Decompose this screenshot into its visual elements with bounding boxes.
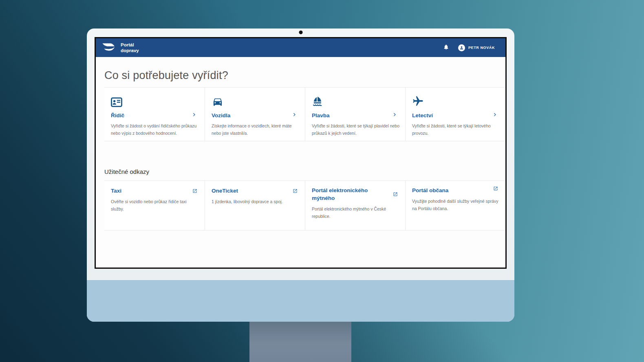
page-title: Co si potřebujete vyřídit?: [104, 69, 505, 82]
service-description: Získejte informace o vozidlech, které má…: [212, 122, 301, 137]
avatar: [458, 44, 465, 51]
webcam-dot: [299, 31, 302, 34]
notifications-button[interactable]: [443, 44, 449, 52]
user-name: PETR NOVÁK: [468, 46, 495, 50]
links-heading: Užitečné odkazy: [104, 168, 505, 175]
bell-icon: [443, 44, 449, 52]
link-description: 1 jízdenka, libovolný dopravce a spoj.: [212, 198, 301, 205]
link-description: Využijte pohodlně další služby veřejné s…: [412, 197, 501, 212]
airplane-icon: [412, 96, 501, 107]
service-title: Plavba: [312, 112, 330, 118]
links-row: Taxi Ověřte si vozidlo nebo průkaz řidič…: [104, 180, 505, 230]
id-card-icon: [111, 96, 201, 107]
person-icon: [459, 46, 464, 50]
service-card-letectvi[interactable]: Letectví Vyřiďte si žádosti, které se tý…: [405, 88, 505, 141]
service-title: Letectví: [412, 112, 433, 118]
chevron-right-icon: [291, 112, 298, 119]
chevron-right-icon: [492, 112, 498, 119]
header-actions: PETR NOVÁK: [443, 44, 495, 52]
chevron-right-icon: [392, 112, 398, 119]
service-card-ridic[interactable]: Řidič Vyřiďte si žádost o vydání řidičsk…: [104, 88, 205, 141]
sailboat-icon: [312, 96, 401, 107]
page-content: Co si potřebujete vyřídit? Ři: [96, 57, 505, 268]
link-title: Portál elektronického mýtného: [312, 187, 379, 202]
screen: Portál dopravy: [95, 37, 507, 269]
imac-chin: [87, 280, 514, 322]
open-in-new-icon: [393, 191, 398, 198]
car-icon: [212, 96, 301, 107]
link-title: Portál občana: [412, 187, 448, 195]
link-card-portal-obcana[interactable]: Portál občana Využijte pohodlně další sl…: [405, 181, 505, 230]
user-menu[interactable]: PETR NOVÁK: [458, 44, 495, 51]
imac-monitor: Portál dopravy: [87, 29, 514, 322]
service-description: Vyřiďte si žádost o vydání řidičského pr…: [111, 122, 201, 137]
services-row: Řidič Vyřiďte si žádost o vydání řidičsk…: [104, 87, 505, 141]
service-card-vozidla[interactable]: Vozidla Získejte informace o vozidlech, …: [205, 88, 305, 141]
service-title: Řidič: [111, 112, 124, 118]
open-in-new-icon: [192, 188, 197, 195]
service-description: Vyřiďte si žádosti, které se týkají plav…: [312, 122, 401, 137]
portal-dopravy-logo-icon: [101, 42, 116, 54]
imac-stand: [249, 322, 351, 362]
link-title: OneTicket: [212, 187, 238, 195]
link-card-oneticket[interactable]: OneTicket 1 jízdenka, libovolný dopravce…: [205, 181, 305, 230]
link-card-mytne[interactable]: Portál elektronického mýtného Portál ele…: [305, 181, 405, 230]
service-card-plavba[interactable]: Plavba Vyřiďte si žádosti, které se týka…: [305, 88, 405, 141]
open-in-new-icon: [293, 188, 298, 195]
brand-line1: Portál: [121, 42, 139, 48]
link-description: Ověřte si vozidlo nebo průkaz řidiče tax…: [111, 198, 201, 213]
link-card-taxi[interactable]: Taxi Ověřte si vozidlo nebo průkaz řidič…: [104, 181, 205, 230]
open-in-new-icon: [493, 185, 498, 193]
service-title: Vozidla: [212, 112, 230, 118]
link-title: Taxi: [111, 187, 121, 195]
app-header: Portál dopravy: [96, 38, 505, 57]
link-description: Portál elektronického mýtného v České re…: [312, 205, 401, 220]
brand[interactable]: Portál dopravy: [101, 42, 139, 54]
chevron-right-icon: [191, 112, 197, 119]
service-description: Vyřiďte si žádosti, které se týkají leto…: [412, 122, 501, 137]
brand-line2: dopravy: [121, 48, 139, 53]
